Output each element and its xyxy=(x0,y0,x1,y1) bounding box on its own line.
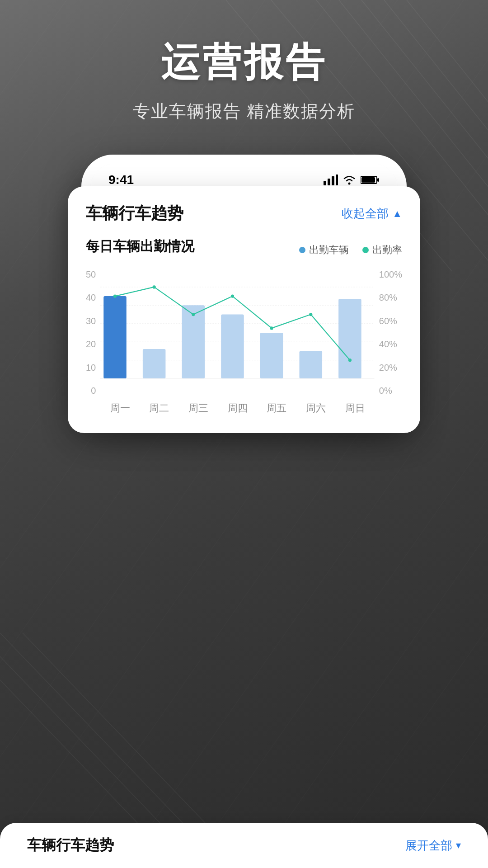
svg-rect-16 xyxy=(336,175,338,185)
bar-saturday xyxy=(300,351,323,378)
x-label-sun: 周日 xyxy=(345,401,365,415)
header-section: 运营报告 专业车辆报告 精准数据分析 xyxy=(0,0,488,141)
bar-friday xyxy=(260,333,283,378)
x-label-wed: 周三 xyxy=(188,401,208,415)
y-axis-right: 100% 80% 60% 40% 20% 0% xyxy=(375,269,402,396)
svg-rect-20 xyxy=(361,177,375,183)
line-dot-4 xyxy=(270,326,273,330)
svg-rect-15 xyxy=(332,176,334,185)
main-content: 运营报告 专业车辆报告 精准数据分析 9:41 xyxy=(0,0,488,868)
legend-dot-1 xyxy=(362,247,369,253)
status-time: 9:41 xyxy=(108,173,134,187)
floating-card: 车辆行车趋势 收起全部 ▲ 每日车辆出勤情况 出勤车辆 xyxy=(68,186,420,433)
collapse-button[interactable]: 收起全部 ▲ xyxy=(342,206,402,222)
bar-monday xyxy=(103,296,127,378)
x-label-tue: 周二 xyxy=(149,401,169,415)
legend-item-0: 出勤车辆 xyxy=(299,243,349,257)
bar-sunday xyxy=(338,299,361,378)
x-label-fri: 周五 xyxy=(267,401,286,415)
svg-point-17 xyxy=(348,183,351,185)
line-dot-3 xyxy=(231,295,234,298)
bottom-peek: 车辆行车趋势 展开全部 ▾ xyxy=(0,823,488,868)
chart-container: 50 40 30 20 10 0 xyxy=(86,269,402,415)
phone-container: 9:41 xyxy=(81,155,407,415)
chart-svg xyxy=(100,269,375,396)
x-label-sat: 周六 xyxy=(306,401,326,415)
line-dot-1 xyxy=(153,285,156,288)
svg-rect-13 xyxy=(324,181,326,185)
line-dot-5 xyxy=(309,313,312,316)
chart-section: 每日车辆出勤情况 出勤车辆 出勤率 xyxy=(86,237,402,415)
line-dot-0 xyxy=(113,295,117,298)
peek-title: 车辆行车趋势 xyxy=(27,835,114,855)
x-label-mon: 周一 xyxy=(110,401,130,415)
line-dot-6 xyxy=(348,359,352,362)
card-header: 车辆行车趋势 收起全部 ▲ xyxy=(86,203,402,225)
expand-button[interactable]: 展开全部 ▾ xyxy=(405,838,461,854)
status-icons xyxy=(324,175,380,185)
bar-tuesday xyxy=(143,349,166,378)
chart-legend: 出勤车辆 出勤率 xyxy=(299,243,402,257)
chart-main: 周一 周二 周三 周四 周五 周六 周日 xyxy=(100,269,375,415)
x-label-thu: 周四 xyxy=(228,401,248,415)
sub-title: 专业车辆报告 精准数据分析 xyxy=(27,100,461,123)
battery-icon xyxy=(361,175,380,185)
legend-item-1: 出勤率 xyxy=(362,243,402,257)
x-axis: 周一 周二 周三 周四 周五 周六 周日 xyxy=(100,398,375,415)
main-title: 运营报告 xyxy=(27,36,461,89)
line-dot-2 xyxy=(192,313,195,316)
chart-section-title: 每日车辆出勤情况 xyxy=(86,237,194,256)
bar-thursday xyxy=(221,315,244,379)
svg-rect-14 xyxy=(328,179,330,185)
legend-dot-0 xyxy=(299,247,305,253)
y-axis-left: 50 40 30 20 10 0 xyxy=(86,269,100,396)
wifi-icon xyxy=(343,175,356,185)
signal-icon xyxy=(324,175,338,185)
card-title: 车辆行车趋势 xyxy=(86,203,183,225)
bar-wednesday xyxy=(182,305,205,378)
svg-rect-19 xyxy=(377,178,379,182)
